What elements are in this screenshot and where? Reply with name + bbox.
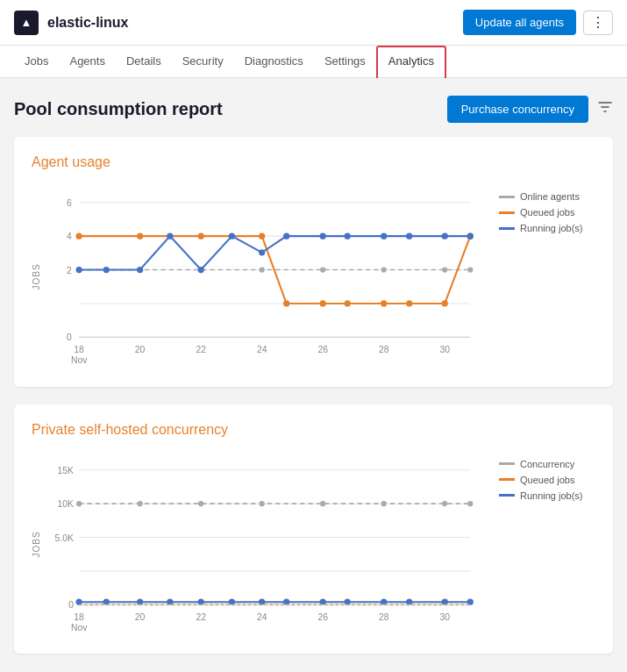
- svg-text:0: 0: [67, 332, 72, 342]
- svg-text:30: 30: [439, 345, 450, 354]
- svg-text:6: 6: [67, 198, 72, 208]
- agent-usage-legend: Online agents Queued jobs Running job(s): [499, 184, 595, 369]
- legend-concurrency-running: Running job(s): [499, 490, 595, 501]
- legend-concurrency: Concurrency: [499, 459, 595, 469]
- concurrency-title: Private self-hosted concurrency: [32, 422, 595, 438]
- purchase-concurrency-button[interactable]: Purchase concurrency: [447, 96, 588, 123]
- svg-text:24: 24: [257, 611, 267, 621]
- agent-usage-chart: 6 4 2 0: [52, 184, 488, 369]
- svg-text:0: 0: [68, 600, 74, 610]
- svg-point-24: [345, 300, 351, 306]
- tab-jobs[interactable]: Jobs: [14, 46, 59, 78]
- svg-text:4: 4: [67, 232, 72, 241]
- logo-icon: ▲: [14, 11, 39, 35]
- svg-text:18: 18: [74, 345, 84, 354]
- svg-point-79: [320, 598, 326, 604]
- svg-point-69: [467, 501, 473, 506]
- legend-concurrency-running-color: [499, 494, 515, 497]
- svg-text:26: 26: [317, 345, 328, 354]
- svg-point-76: [229, 598, 235, 604]
- svg-point-83: [442, 598, 448, 604]
- svg-text:30: 30: [439, 611, 450, 621]
- tab-details[interactable]: Details: [116, 46, 172, 78]
- tab-diagnostics[interactable]: Diagnostics: [234, 46, 314, 78]
- svg-point-23: [320, 300, 326, 306]
- legend-queued-label: Queued jobs: [520, 207, 574, 218]
- legend-online-label: Online agents: [520, 191, 580, 202]
- tab-analytics[interactable]: Analytics: [376, 46, 446, 78]
- svg-text:28: 28: [379, 345, 389, 354]
- agent-usage-title: Agent usage: [32, 154, 595, 170]
- top-bar: ▲ elastic-linux Update all agents ⋮: [0, 0, 627, 46]
- svg-point-72: [103, 598, 110, 604]
- svg-point-18: [75, 233, 82, 239]
- svg-point-84: [467, 598, 474, 604]
- svg-point-33: [198, 267, 204, 273]
- update-all-agents-button[interactable]: Update all agents: [463, 10, 576, 35]
- svg-text:22: 22: [196, 345, 206, 354]
- svg-point-15: [381, 267, 387, 272]
- legend-running-label: Running job(s): [520, 223, 583, 233]
- svg-point-67: [381, 501, 387, 506]
- tab-security[interactable]: Security: [172, 46, 234, 78]
- svg-text:Nov: Nov: [71, 623, 88, 633]
- svg-point-74: [167, 598, 173, 604]
- concurrency-card: Private self-hosted concurrency JOBS 15K…: [14, 404, 613, 654]
- page-title: Pool consumption report: [14, 99, 223, 119]
- nav-tabs: Jobs Agents Details Security Diagnostics…: [0, 46, 627, 78]
- svg-point-77: [259, 598, 265, 604]
- svg-point-25: [381, 300, 387, 306]
- svg-point-64: [198, 501, 203, 506]
- svg-point-20: [198, 233, 204, 239]
- svg-point-13: [260, 267, 265, 272]
- svg-point-82: [406, 598, 412, 604]
- svg-text:24: 24: [257, 345, 267, 354]
- agent-usage-card: Agent usage JOBS 6 4 2 0: [14, 137, 613, 387]
- svg-point-35: [259, 249, 265, 255]
- svg-point-42: [467, 233, 474, 239]
- legend-running-color: [499, 227, 515, 230]
- tab-agents[interactable]: Agents: [59, 46, 115, 78]
- svg-text:5.0K: 5.0K: [55, 533, 74, 542]
- page-content: Pool consumption report Purchase concurr…: [0, 78, 627, 672]
- svg-point-36: [283, 233, 289, 239]
- svg-text:15K: 15K: [57, 465, 74, 475]
- svg-text:2: 2: [67, 266, 72, 275]
- svg-point-37: [320, 233, 326, 239]
- svg-point-73: [137, 598, 143, 604]
- svg-point-41: [442, 233, 448, 239]
- svg-point-62: [76, 501, 82, 506]
- svg-point-27: [442, 300, 448, 306]
- legend-online-agents: Online agents: [499, 191, 595, 202]
- svg-point-40: [406, 233, 412, 239]
- app-title: elastic-linux: [47, 15, 128, 31]
- svg-point-26: [406, 300, 412, 306]
- svg-point-65: [260, 501, 265, 506]
- more-options-button[interactable]: ⋮: [583, 11, 613, 35]
- legend-concurrency-running-label: Running job(s): [520, 490, 583, 501]
- tab-settings[interactable]: Settings: [314, 46, 376, 78]
- top-bar-right: Update all agents ⋮: [463, 10, 613, 35]
- svg-point-19: [137, 233, 143, 239]
- legend-queued-jobs: Queued jobs: [499, 207, 595, 218]
- agent-usage-chart-area: JOBS 6 4 2 0: [32, 184, 595, 369]
- concurrency-y-axis: JOBS: [32, 452, 41, 637]
- legend-concurrency-queued: Queued jobs: [499, 475, 595, 485]
- svg-point-17: [467, 267, 473, 272]
- svg-point-39: [381, 233, 387, 239]
- concurrency-chart: 15K 10K 5.0K 0: [52, 452, 488, 637]
- top-bar-left: ▲ elastic-linux: [14, 11, 128, 35]
- svg-text:10K: 10K: [57, 499, 74, 509]
- svg-point-80: [345, 598, 351, 604]
- svg-point-32: [167, 233, 173, 239]
- svg-point-75: [198, 598, 204, 604]
- filter-icon[interactable]: [597, 99, 613, 119]
- agent-usage-svg: 6 4 2 0: [52, 184, 488, 367]
- svg-point-71: [75, 598, 82, 604]
- svg-point-16: [442, 267, 447, 272]
- header-actions: Purchase concurrency: [447, 96, 613, 123]
- svg-point-38: [345, 233, 351, 239]
- svg-point-34: [229, 233, 235, 239]
- svg-point-66: [320, 501, 325, 506]
- legend-running-jobs: Running job(s): [499, 223, 595, 233]
